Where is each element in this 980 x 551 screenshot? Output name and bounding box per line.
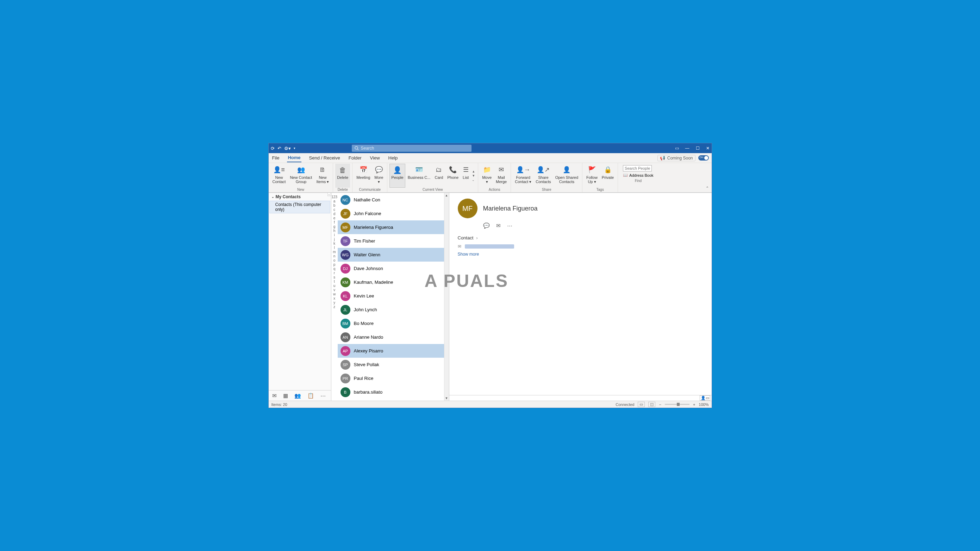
az-c[interactable]: c — [334, 208, 335, 211]
show-more-link[interactable]: Show more — [458, 252, 703, 257]
scroll-down-icon[interactable]: ▼ — [445, 397, 448, 400]
contact-row[interactable]: APAlexey Pisarro — [338, 344, 444, 358]
gallery-up-icon[interactable]: ▲ — [472, 170, 475, 173]
zoom-slider[interactable] — [665, 404, 689, 405]
az-e[interactable]: e — [334, 216, 336, 220]
new-items-button[interactable]: 🗎New Items ▾ — [315, 164, 331, 187]
az-h[interactable]: h — [334, 229, 336, 233]
az-g[interactable]: g — [334, 225, 336, 229]
contact-row[interactable]: WGWalter Glenn — [338, 248, 444, 262]
view-reading-icon[interactable]: ◫ — [648, 402, 655, 407]
list-scrollbar[interactable]: ▲ ▼ — [444, 193, 449, 401]
zoom-in-icon[interactable]: + — [693, 402, 695, 407]
az-l[interactable]: l — [334, 246, 334, 249]
az-d[interactable]: d — [334, 212, 336, 216]
az-f[interactable]: f — [334, 221, 335, 224]
private-button[interactable]: 🔒Private — [600, 164, 616, 187]
contact-row[interactable]: DJDave Johnson — [338, 262, 444, 275]
az-n[interactable]: n — [334, 254, 336, 258]
az-z[interactable]: z — [334, 305, 335, 309]
more-actions-icon[interactable]: ⋯ — [507, 222, 512, 229]
contact-section-header[interactable]: Contact › — [458, 235, 703, 240]
move-button[interactable]: 📁Move ▾ — [480, 164, 493, 187]
forward-contact-button[interactable]: 👤→Forward Contact ▾ — [513, 164, 533, 187]
new-contact-group-button[interactable]: 👥New Contact Group — [288, 164, 314, 187]
close-button[interactable]: ✕ — [706, 146, 710, 151]
more-communicate-button[interactable]: 💬More ▾ — [372, 164, 385, 187]
az-j[interactable]: j — [334, 237, 334, 241]
az-k[interactable]: k — [334, 241, 335, 245]
contact-row[interactable]: ANArianne Nardo — [338, 330, 444, 344]
meeting-button[interactable]: 📅Meeting — [355, 164, 372, 187]
az-r[interactable]: r — [334, 271, 335, 275]
share-contacts-button[interactable]: 👤↗Share Contacts — [534, 164, 552, 187]
tab-home[interactable]: Home — [287, 154, 301, 162]
minimize-button[interactable]: — — [685, 146, 689, 151]
contact-row[interactable]: NCNathalie Con — [338, 193, 444, 206]
chat-icon[interactable]: 💬 — [483, 222, 490, 229]
nav-tasks-icon[interactable]: 📋 — [307, 392, 314, 399]
search-people-input[interactable] — [623, 165, 652, 171]
contact-row[interactable]: SPSteve Pollak — [338, 358, 444, 372]
contact-row[interactable]: TFTim Fisher — [338, 234, 444, 248]
coming-soon-button[interactable]: 📢 Coming Soon — [657, 155, 695, 161]
collapse-folder-pane-icon[interactable]: ‹ — [328, 192, 331, 196]
contact-row[interactable]: KMKaufman, Madeline — [338, 275, 444, 289]
az-m[interactable]: m — [333, 250, 336, 254]
mail-icon[interactable]: ✉ — [496, 222, 501, 229]
delete-button[interactable]: 🗑Delete — [335, 164, 350, 187]
tab-folder[interactable]: Folder — [348, 154, 362, 162]
contacts-folder[interactable]: Contacts (This computer only) — [269, 201, 330, 213]
contact-row[interactable]: BMBo Moore — [338, 316, 444, 330]
az-t[interactable]: t — [334, 279, 335, 283]
my-contacts-heading[interactable]: ⌄My Contacts — [269, 193, 331, 201]
az-y[interactable]: y — [334, 301, 335, 305]
nav-mail-icon[interactable]: ✉ — [272, 392, 277, 399]
contact-row[interactable]: MFMarielena Figueroa — [338, 221, 444, 234]
coming-soon-toggle[interactable]: On — [698, 155, 709, 160]
new-contact-button[interactable]: 👤≡New Contact — [271, 164, 288, 187]
nav-calendar-icon[interactable]: ▦ — [283, 392, 288, 399]
address-book-button[interactable]: 📖Address Book — [623, 173, 653, 178]
scroll-up-icon[interactable]: ▲ — [445, 194, 448, 197]
tab-file[interactable]: File — [272, 154, 280, 162]
qat-chevron-down-icon[interactable]: ▾ — [294, 146, 296, 150]
contact-row[interactable]: Bbarbara.siliato — [338, 385, 444, 399]
phone-view-button[interactable]: 📞Phone — [445, 164, 460, 187]
list-view-button[interactable]: ☰List — [461, 164, 471, 187]
customize-qat-icon[interactable]: ⚙▾ — [284, 146, 291, 151]
az-i[interactable]: i — [334, 233, 334, 237]
card-view-button[interactable]: 🗂Card — [433, 164, 445, 187]
mail-merge-button[interactable]: ✉Mail Merge — [494, 164, 509, 187]
undo-icon[interactable]: ↶ — [277, 146, 282, 151]
global-search[interactable]: Search — [352, 145, 471, 152]
az-a[interactable]: a — [334, 199, 336, 203]
contact-row[interactable]: PRPaul Rice — [338, 372, 444, 385]
az-w[interactable]: w — [333, 292, 336, 296]
az-u[interactable]: u — [334, 284, 336, 287]
contact-email-row[interactable]: ✉ — [458, 244, 703, 249]
follow-up-button[interactable]: 🚩Follow Up ▾ — [585, 164, 599, 187]
contact-row[interactable]: JFJohn Falcone — [338, 206, 444, 221]
people-view-button[interactable]: 👤People — [390, 164, 405, 187]
az-b[interactable]: b — [334, 203, 336, 207]
zoom-out-icon[interactable]: − — [659, 402, 661, 407]
nav-more-icon[interactable]: ⋯ — [320, 392, 326, 399]
tab-view[interactable]: View — [369, 154, 381, 162]
gallery-down-icon[interactable]: ▼ — [472, 174, 475, 178]
maximize-button[interactable]: ☐ — [696, 146, 700, 151]
people-pane-toggle-icon[interactable]: 👤▭ — [700, 395, 710, 401]
az-o[interactable]: o — [334, 259, 336, 262]
gallery-more-icon[interactable]: ⌄ — [472, 178, 475, 182]
ribbon-display-icon[interactable]: ▭ — [675, 146, 679, 151]
az-x[interactable]: x — [334, 297, 335, 300]
az-q[interactable]: q — [334, 267, 336, 271]
sync-icon[interactable]: ⟳ — [271, 146, 275, 151]
nav-people-icon[interactable]: 👥 — [294, 392, 301, 399]
az-p[interactable]: p — [334, 263, 336, 267]
tab-help[interactable]: Help — [388, 154, 399, 162]
view-normal-icon[interactable]: ▭ — [638, 402, 645, 407]
contact-row[interactable]: JLJohn Lynch — [338, 303, 444, 316]
contact-row[interactable]: KLKevin Lee — [338, 289, 444, 303]
collapse-ribbon-icon[interactable]: ⌃ — [706, 186, 709, 190]
